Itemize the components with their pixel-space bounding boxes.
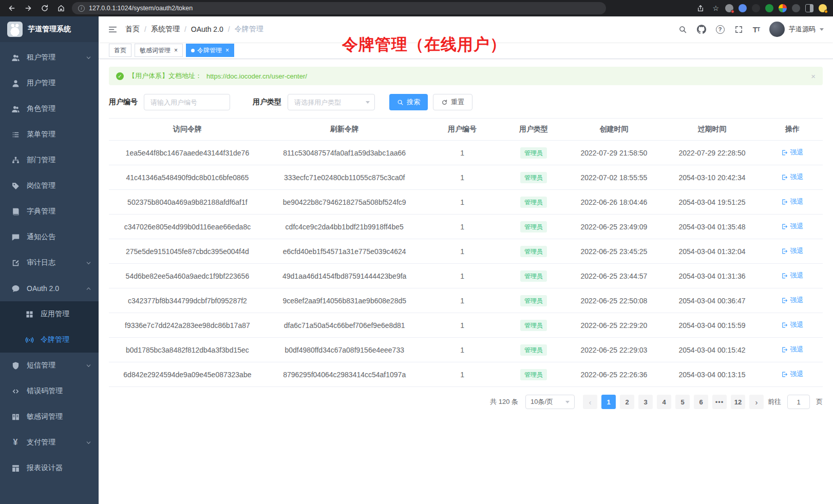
active-tab-dot [191,49,195,52]
fullscreen-icon[interactable] [734,25,743,34]
search-icon[interactable] [678,25,687,34]
force-logout-button[interactable]: 强退 [781,370,803,379]
browser-home-icon[interactable] [55,3,67,14]
goto-label: 前往 [768,397,781,406]
expire-time-cell: 2054-03-04 01:32:04 [662,239,762,264]
site-info-icon[interactable]: i [78,5,85,12]
sidebar-item-tenant[interactable]: 租户管理 [0,45,99,70]
expire-time-cell: 2022-07-29 22:28:50 [662,141,762,165]
extension-blue-icon[interactable] [739,4,747,12]
sidebar-item-pay[interactable]: ¥支付管理 [0,430,99,455]
extension-pinwheel-icon[interactable] [779,4,787,12]
tab-sensitive-word[interactable]: 敏感词管理× [135,44,183,57]
pagination-page-button[interactable]: 5 [675,395,690,409]
extension-paw-icon[interactable] [792,4,800,12]
breadcrumb-item[interactable]: OAuth 2.0 [191,25,223,33]
app-frame: 芋道管理系统 租户管理用户管理角色管理菜单管理部门管理岗位管理字典管理通知公告审… [0,16,833,504]
sidebar-item-label: 错误码管理 [27,386,63,396]
browser-reload-icon[interactable] [39,3,50,14]
search-button[interactable]: 搜索 [389,94,428,110]
user-id-input[interactable] [144,94,230,110]
column-header: 访问令牌 [109,119,266,141]
user-id-cell: 1 [423,313,502,338]
force-logout-button[interactable]: 强退 [781,271,803,280]
oauth-app-icon [25,310,34,319]
font-size-icon[interactable]: TT [753,25,760,34]
sidebar-item-oauth-app[interactable]: 应用管理 [0,301,99,327]
force-logout-button[interactable]: 强退 [781,320,803,329]
pagination-page-button[interactable]: 2 [620,395,634,409]
create-time-cell: 2022-06-25 23:45:25 [566,239,662,264]
pagination-page-button[interactable]: 12 [731,395,745,409]
user-type-cell: 管理员 [501,288,565,313]
pagination-next-button[interactable]: › [749,395,764,409]
help-icon[interactable]: ? [716,25,725,34]
breadcrumb-item[interactable]: 首页 [125,25,140,34]
pagination-more-button[interactable]: ••• [712,395,727,409]
user-type-badge: 管理员 [520,369,547,380]
pagination-page-button[interactable]: 6 [694,395,708,409]
user-dropdown[interactable]: 芋道源码 [769,22,824,37]
force-logout-button[interactable]: 强退 [781,222,803,231]
doc-link[interactable]: https://doc.iocoder.cn/user-center/ [206,72,307,80]
browser-forward-icon[interactable] [23,3,34,14]
sidebar-item-sms[interactable]: 短信管理 [0,353,99,378]
pagination-page-button[interactable]: 1 [601,395,616,409]
tab-close-icon[interactable]: × [225,47,229,54]
pagination-prev-button[interactable]: ‹ [583,395,597,409]
force-logout-button[interactable]: 强退 [781,172,803,182]
sidebar-item-notice[interactable]: 通知公告 [0,224,99,250]
sidebar-item-user[interactable]: 用户管理 [0,70,99,96]
browser-back-icon[interactable] [6,3,17,14]
sidebar-item-errcode[interactable]: 错误码管理 [0,378,99,404]
search-button-label: 搜索 [407,98,420,107]
sidebar-item-role[interactable]: 角色管理 [0,96,99,122]
sidebar-item-report[interactable]: 报表设计器 [0,455,99,481]
tab-close-icon[interactable]: × [174,47,178,54]
force-logout-button[interactable]: 强退 [781,148,803,157]
bookmark-star-icon[interactable]: ☆ [712,4,719,12]
page-size-select[interactable]: 10条/页 [525,395,575,409]
sidebar-item-post[interactable]: 岗位管理 [0,173,99,199]
force-logout-button[interactable]: 强退 [781,197,803,206]
user-type-badge: 管理员 [520,246,547,257]
address-bar[interactable]: i 127.0.0.1:1024/system/oauth2/token [72,2,606,14]
profile-avatar-icon[interactable] [819,4,827,12]
sidebar-item-dict[interactable]: 字典管理 [0,199,99,224]
breadcrumb-item[interactable]: 系统管理 [151,25,180,34]
create-time-cell: 2022-06-25 23:44:57 [566,264,662,288]
sidebar-item-label: 短信管理 [27,361,55,370]
page-size-value: 10条/页 [531,397,553,406]
goto-page-input[interactable] [787,395,810,409]
tab-token[interactable]: 令牌管理× [186,44,234,57]
force-logout-button[interactable]: 强退 [781,296,803,305]
sidebar-item-dept[interactable]: 部门管理 [0,147,99,173]
post-icon [11,182,20,190]
extension-pin-icon[interactable] [725,4,733,12]
force-logout-button[interactable]: 强退 [781,246,803,256]
app-title: 芋道管理系统 [28,25,71,34]
extension-green-icon[interactable] [765,4,773,12]
sidebar-item-menu[interactable]: 菜单管理 [0,122,99,147]
reading-sidebar-icon[interactable] [805,4,813,12]
sidebar-item-audit[interactable]: 审计日志 [0,250,99,276]
user-type-badge: 管理员 [520,147,547,159]
url-text: 127.0.0.1:1024/system/oauth2/token [89,5,193,12]
tab-home[interactable]: 首页 [109,44,131,57]
sidebar-item-sensitive[interactable]: 敏感词管理 [0,404,99,430]
share-icon[interactable] [695,3,706,14]
sidebar-item-oauth-token[interactable]: 令牌管理 [0,327,99,353]
github-icon[interactable] [697,25,706,34]
column-header: 刷新令牌 [266,119,423,141]
app-logo[interactable]: 芋道管理系统 [0,16,99,42]
user-type-select-input[interactable] [288,94,375,110]
pagination-page-button[interactable]: 3 [638,395,653,409]
extension-dark-icon[interactable] [752,4,760,12]
sidebar-collapse-icon[interactable] [108,25,118,34]
reset-button[interactable]: 重置 [433,94,472,110]
alert-close-icon[interactable]: × [811,72,816,81]
force-logout-button[interactable]: 强退 [781,345,803,354]
user-type-select[interactable] [288,94,375,110]
sidebar-item-oauth[interactable]: OAuth 2.0 [0,276,99,301]
pagination-page-button[interactable]: 4 [657,395,671,409]
